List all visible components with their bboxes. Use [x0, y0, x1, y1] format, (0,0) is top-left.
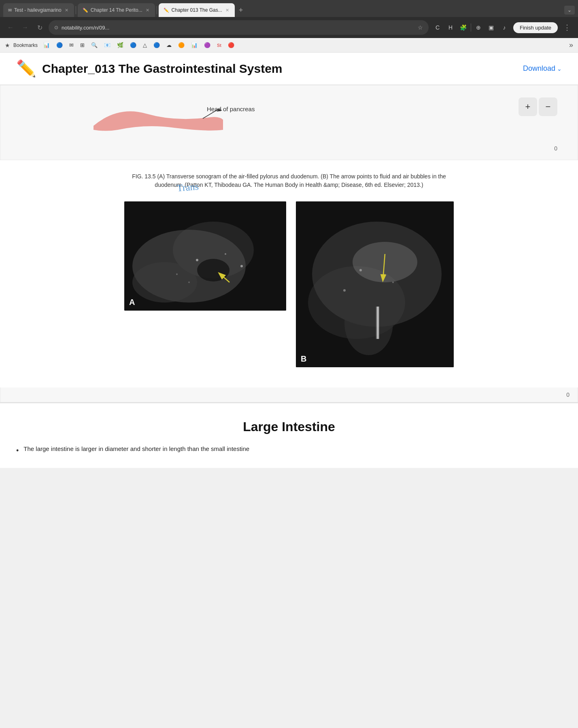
- svg-point-9: [176, 273, 178, 275]
- bookmark-icon-13: 📊: [191, 42, 198, 48]
- bookmark-icon-12: 🟠: [178, 42, 185, 48]
- browser-chrome: ✉ Test - hailevgiamarino ✕ ✏️ Chapter 14…: [0, 0, 578, 53]
- extension-sidebar[interactable]: ▣: [486, 22, 497, 33]
- bullet-icon-1: •: [16, 445, 19, 457]
- extension-vpn[interactable]: ⊕: [473, 22, 484, 33]
- svg-point-10: [240, 265, 243, 267]
- extension-h[interactable]: H: [445, 22, 456, 33]
- gmail-favicon: ✉: [8, 8, 12, 13]
- bookmark-item-2[interactable]: 🔵: [54, 41, 65, 49]
- pancreas-illustration: [94, 102, 223, 138]
- bookmark-item-1[interactable]: 📊: [41, 41, 52, 49]
- tab-chapter14[interactable]: ✏️ Chapter 14 The Perito... ✕: [78, 3, 155, 17]
- bullet-list: • The large intestine is larger in diame…: [16, 444, 562, 457]
- figure-content-area: FIG. 13.5 (A) Transverse sonogram of the…: [0, 160, 578, 387]
- bookmark-item-14[interactable]: 🟣: [202, 41, 213, 49]
- extension-music[interactable]: ♪: [499, 22, 510, 33]
- security-icon: ⊙: [54, 25, 58, 30]
- notability-header: ✏️ Chapter_013 The Gastrointestinal Syst…: [0, 53, 578, 85]
- bookmark-icon-8: 🔵: [130, 42, 136, 48]
- bookmark-item-4[interactable]: ⊞: [78, 41, 87, 49]
- ultrasound-image-a-container: Trans: [124, 201, 286, 311]
- pencil-icon: ✏️: [16, 59, 36, 78]
- bookmark-icon-16: 🔴: [228, 42, 234, 48]
- bookmark-item-7[interactable]: 🌿: [115, 41, 126, 49]
- bookmark-item-10[interactable]: 🔵: [151, 41, 162, 49]
- head-of-pancreas-label: Head of pancreas: [207, 106, 255, 112]
- svg-rect-20: [377, 307, 378, 339]
- bookmark-icon-3: ✉: [69, 42, 74, 48]
- svg-point-18: [344, 290, 393, 355]
- svg-point-5: [132, 262, 197, 303]
- bookmark-item-16[interactable]: 🔴: [225, 41, 237, 49]
- bookmark-item-8[interactable]: 🔵: [128, 41, 139, 49]
- tab-gmail[interactable]: ✉ Test - hailevgiamarino ✕: [3, 3, 74, 17]
- bullet-text-1: The large intestine is larger in diamete…: [23, 444, 249, 457]
- bookmark-item-11[interactable]: ☁: [164, 41, 174, 49]
- bullet-item-1: • The large intestine is larger in diame…: [16, 444, 562, 457]
- finish-update-button[interactable]: Finish update: [513, 22, 558, 33]
- chevron-down-icon: ⌄: [557, 66, 562, 72]
- bookmark-star-icon[interactable]: ☆: [418, 24, 423, 31]
- bookmark-item-5[interactable]: 🔍: [89, 41, 100, 49]
- extension-puzzle[interactable]: 🧩: [458, 22, 469, 33]
- zoom-out-button[interactable]: −: [539, 97, 557, 116]
- bookmark-icon-14: 🟣: [204, 42, 210, 48]
- document-title: Chapter_013 The Gastrointestinal System: [42, 62, 283, 76]
- tab-chapter14-title: Chapter 14 The Perito...: [91, 7, 142, 13]
- forward-button[interactable]: →: [19, 22, 31, 33]
- svg-point-7: [196, 259, 198, 261]
- page-content: ✏️ Chapter_013 The Gastrointestinal Syst…: [0, 53, 578, 468]
- tab-separator-2: [157, 6, 157, 14]
- zoom-controls: + −: [518, 97, 557, 116]
- ultrasound-images-row: Trans: [16, 201, 562, 367]
- new-tab-button[interactable]: +: [236, 3, 246, 17]
- bookmark-icon-11: ☁: [166, 42, 172, 48]
- bookmark-icon-9: △: [143, 42, 147, 48]
- figure-caption: FIG. 13.5 (A) Transverse sonogram of the…: [123, 172, 455, 189]
- svg-point-8: [225, 253, 226, 255]
- ultrasound-svg-b: B: [296, 201, 454, 367]
- toolbar-separator: [471, 23, 471, 32]
- svg-point-11: [188, 281, 190, 283]
- tab-chapter013-close[interactable]: ✕: [225, 7, 230, 14]
- bookmarks-overflow-button[interactable]: »: [569, 41, 573, 49]
- tab-gmail-title: Test - hailevgiamarino: [14, 7, 62, 13]
- extension-icons: C H 🧩 ⊕ ▣ ♪: [432, 22, 510, 33]
- tab-chapter14-close[interactable]: ✕: [145, 7, 150, 14]
- zoom-in-button[interactable]: +: [518, 97, 537, 116]
- extension-c[interactable]: C: [432, 22, 443, 33]
- bookmark-icon-10: 🔵: [153, 42, 160, 48]
- svg-point-17: [353, 242, 417, 282]
- large-intestine-title: Large Intestine: [16, 419, 562, 434]
- tab-bar: ✉ Test - hailevgiamarino ✕ ✏️ Chapter 14…: [0, 0, 578, 17]
- url-text: notability.com/n/09...: [62, 25, 414, 31]
- tab-overflow-button[interactable]: ⌄: [564, 6, 575, 15]
- bookmarks-bar: ★ Bookmarks 📊 🔵 ✉ ⊞ 🔍 📧 🌿 🔵 △ 🔵 ☁ 🟠 📊 🟣 …: [0, 38, 578, 53]
- notability-title-area: ✏️ Chapter_013 The Gastrointestinal Syst…: [16, 59, 283, 78]
- chapter14-favicon: ✏️: [83, 8, 88, 13]
- svg-text:A: A: [129, 298, 135, 307]
- bookmarks-label: Bookmarks: [13, 42, 38, 48]
- large-intestine-section: Large Intestine • The large intestine is…: [0, 402, 578, 468]
- bookmark-item-13[interactable]: 📊: [189, 41, 200, 49]
- bookmark-item-9[interactable]: △: [140, 41, 149, 49]
- browser-menu-button[interactable]: ⋮: [561, 21, 573, 34]
- url-bar[interactable]: ⊙ notability.com/n/09... ☆: [49, 20, 429, 35]
- ultrasound-image-b-container: B: [296, 201, 454, 367]
- bookmark-icon-15: St: [217, 43, 221, 48]
- bookmark-item-15[interactable]: St: [215, 42, 224, 49]
- reload-button[interactable]: ↻: [34, 22, 45, 33]
- handwriting-trans-annotation: Trans: [176, 181, 199, 194]
- bookmark-icon-7: 🌿: [117, 42, 123, 48]
- page-number-bottom: 0: [0, 387, 578, 402]
- back-button[interactable]: ←: [5, 22, 16, 33]
- download-button[interactable]: Download ⌄: [523, 64, 562, 73]
- tab-chapter013[interactable]: ✏️ Chapter 013 The Gas... ✕: [159, 3, 235, 17]
- bookmark-icon-6: 📧: [104, 42, 110, 48]
- svg-point-23: [343, 289, 346, 292]
- bookmark-item-6[interactable]: 📧: [102, 41, 113, 49]
- tab-gmail-close[interactable]: ✕: [64, 7, 69, 14]
- bookmark-item-12[interactable]: 🟠: [176, 41, 187, 49]
- bookmark-item-3[interactable]: ✉: [67, 41, 76, 49]
